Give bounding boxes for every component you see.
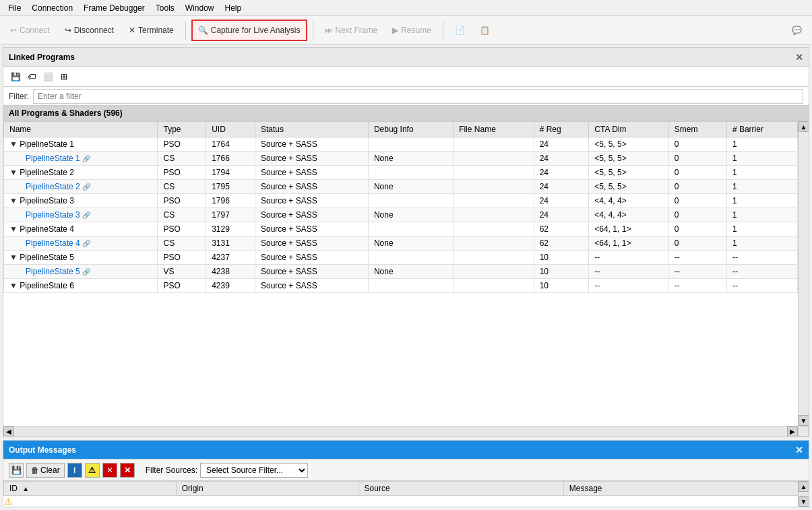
table-row[interactable]: PipelineState 5 🔗VS4238Source + SASSNone… (4, 265, 798, 279)
link-icon: 🔗 (82, 155, 90, 162)
menu-window[interactable]: Window (180, 2, 220, 14)
scroll-h-track[interactable] (14, 426, 787, 437)
col-reg: # Reg (534, 122, 589, 137)
table-row[interactable]: ▼ PipelineState 4PSO3129Source + SASS62<… (4, 222, 798, 236)
save-icon-btn[interactable]: 💾 (9, 70, 22, 84)
table-row[interactable]: ▼ PipelineState 3PSO1796Source + SASS24<… (4, 194, 798, 208)
programs-table: Name Type UID Status Debug Info File Nam… (3, 121, 798, 293)
doc2-button[interactable]: 📋 (474, 20, 496, 41)
menu-tools[interactable]: Tools (150, 2, 180, 14)
output-save-btn[interactable]: 💾 (9, 463, 24, 478)
output-table: ID ▲ Origin Source Message ⚠ (3, 481, 809, 507)
output-header-row: ID ▲ Origin Source Message (4, 482, 809, 496)
main-wrapper: File Connection Frame Debugger Tools Win… (0, 0, 812, 510)
programs-panel-close[interactable]: ✕ (795, 52, 803, 63)
doc1-icon: 📄 (455, 26, 465, 35)
filter-sources-label: Filter Sources: (146, 466, 197, 475)
h-scrollbar[interactable]: ◀ ▶ (3, 426, 798, 437)
scroll-down-btn[interactable]: ▼ (799, 415, 809, 426)
col-file-name: File Name (454, 122, 534, 137)
capture-button[interactable]: 🔍 Capture for Live Analysis (191, 20, 307, 41)
table-row[interactable]: ▼ PipelineState 1PSO1764Source + SASS24<… (4, 137, 798, 152)
filter-label: Filter: (9, 92, 29, 101)
output-fatal-btn[interactable]: ✕ (120, 463, 135, 478)
terminate-button[interactable]: ✕ Terminate (123, 20, 180, 41)
programs-panel-header: Linked Programs ✕ (3, 48, 809, 67)
next-frame-button[interactable]: ⏭ Next Frame (319, 20, 384, 41)
out-col-source[interactable]: Source (358, 482, 563, 496)
trash-icon: 🗑 (31, 466, 39, 475)
table-row[interactable]: PipelineState 2 🔗CS1795Source + SASSNone… (4, 180, 798, 194)
resume-button[interactable]: ▶ Resume (386, 20, 437, 41)
terminate-icon: ✕ (129, 26, 135, 35)
table-row[interactable]: PipelineState 4 🔗CS3131Source + SASSNone… (4, 236, 798, 251)
output-info-btn[interactable]: i (67, 463, 82, 478)
separator-2 (313, 21, 313, 40)
expand-arrow[interactable]: ▼ (9, 139, 20, 149)
col-status: Status (255, 122, 369, 137)
doc1-button[interactable]: 📄 (449, 20, 471, 41)
scroll-right-btn[interactable]: ▶ (787, 426, 798, 437)
menu-connection[interactable]: Connection (26, 2, 78, 14)
out-col-message[interactable]: Message (563, 482, 808, 496)
connect-button[interactable]: ↩ Connect (4, 20, 56, 41)
scroll-up-btn[interactable]: ▲ (799, 121, 809, 132)
link-icon: 🔗 (82, 240, 90, 247)
output-clear-btn[interactable]: 🗑 Clear (26, 463, 65, 478)
expand-arrow[interactable]: ▼ (9, 253, 20, 262)
disconnect-icon: ↪ (65, 26, 71, 35)
expand-arrow[interactable]: ▼ (9, 196, 20, 205)
col-smem: Smem (668, 122, 726, 137)
table-row[interactable]: PipelineState 3 🔗CS1797Source + SASSNone… (4, 208, 798, 222)
programs-table-scroll[interactable]: Name Type UID Status Debug Info File Nam… (3, 121, 809, 437)
expand-arrow[interactable]: ▼ (9, 168, 20, 177)
output-body: ⚠ (4, 496, 809, 507)
programs-table-wrapper: Name Type UID Status Debug Info File Nam… (3, 121, 809, 437)
expand-icon-btn[interactable]: ⬜ (41, 70, 55, 84)
output-panel-header: Output Messages ✕ (3, 441, 809, 459)
table-row[interactable]: ▼ PipelineState 2PSO1794Source + SASS24<… (4, 166, 798, 180)
separator-3 (443, 21, 443, 40)
menu-file[interactable]: File (3, 2, 26, 14)
separator-1 (185, 21, 186, 40)
layout-icon-btn[interactable]: ⊞ (57, 70, 71, 84)
output-warn-btn[interactable]: ⚠ (85, 463, 100, 478)
expand-arrow[interactable]: ▼ (9, 224, 20, 234)
table-body: ▼ PipelineState 1PSO1764Source + SASS24<… (4, 137, 798, 293)
output-table-container[interactable]: ID ▲ Origin Source Message ⚠ (3, 481, 809, 507)
disconnect-button[interactable]: ↪ Disconnect (59, 20, 120, 41)
output-v-scrollbar[interactable]: ▲ ▼ (798, 481, 809, 507)
next-frame-icon: ⏭ (325, 26, 333, 35)
table-row[interactable]: PipelineState 1 🔗CS1766Source + SASSNone… (4, 152, 798, 166)
v-scrollbar[interactable]: ▲ ▼ (798, 121, 809, 426)
tag-icon-btn[interactable]: 🏷 (25, 70, 38, 84)
output-panel-close[interactable]: ✕ (795, 445, 803, 455)
chat-button[interactable]: 💬 (786, 20, 808, 41)
scroll-v-track[interactable] (799, 132, 809, 415)
out-col-origin[interactable]: Origin (176, 482, 358, 496)
col-debug-info: Debug Info (368, 122, 453, 137)
programs-panel: Linked Programs ✕ 💾 🏷 ⬜ ⊞ Filter: All Pr… (3, 47, 809, 437)
col-barrier: # Barrier (726, 122, 797, 137)
output-panel: Output Messages ✕ 💾 🗑 Clear i ⚠ ✕ ✕ Filt… (3, 440, 809, 507)
out-col-id[interactable]: ID ▲ (4, 482, 177, 496)
filter-sources-select[interactable]: Select Source Filter... (200, 463, 308, 478)
link-icon: 🔗 (82, 268, 90, 276)
output-error-btn[interactable]: ✕ (102, 463, 117, 478)
output-row-placeholder: ⚠ (4, 496, 809, 507)
menu-help[interactable]: Help (219, 2, 247, 14)
col-uid: UID (206, 122, 255, 137)
expand-arrow[interactable]: ▼ (9, 281, 20, 290)
menu-frame-debugger[interactable]: Frame Debugger (78, 2, 150, 14)
col-name: Name (4, 122, 158, 137)
output-scroll-down[interactable]: ▼ (799, 496, 809, 507)
filter-sources-wrapper: Select Source Filter... (200, 463, 308, 478)
table-row[interactable]: ▼ PipelineState 6PSO4239Source + SASS10-… (4, 279, 798, 293)
filter-input[interactable] (33, 89, 803, 104)
output-scroll-up[interactable]: ▲ (799, 481, 809, 492)
col-type: Type (158, 122, 206, 137)
sort-icon: ▲ (22, 485, 29, 492)
col-cta-dim: CTA Dim (589, 122, 668, 137)
table-row[interactable]: ▼ PipelineState 5PSO4237Source + SASS10-… (4, 251, 798, 265)
scroll-left-btn[interactable]: ◀ (3, 426, 14, 437)
